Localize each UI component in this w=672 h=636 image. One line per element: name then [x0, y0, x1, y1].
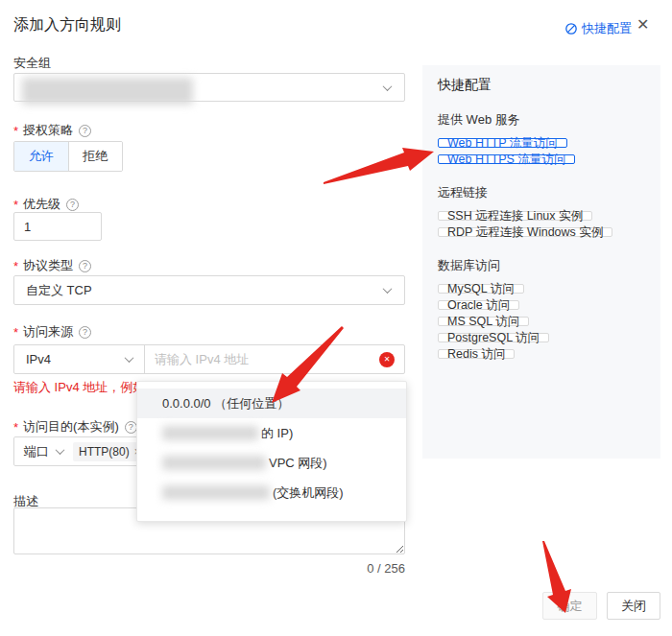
security-group-select[interactable] [13, 73, 405, 102]
quick-btn-oracle[interactable]: Oracle 访问 [438, 300, 519, 310]
chevron-down-icon [383, 82, 393, 91]
source-label: * 访问来源 ? [13, 323, 91, 341]
char-counter: 0 / 256 [13, 561, 405, 576]
source-address-dropdown: 0.0.0.0/0 （任何位置） 的 IP) VPC 网段) (交换机网段) [136, 381, 407, 522]
page-title: 添加入方向规则 [13, 15, 121, 35]
close-icon[interactable]: ✕ [636, 17, 649, 33]
help-icon[interactable]: ? [79, 125, 91, 137]
close-button[interactable]: 关闭 [607, 592, 660, 620]
quick-config-toggle-link[interactable]: 快捷配置 [564, 20, 632, 37]
quick-btn-rdp[interactable]: RDP 远程连接 Windows 实例 [438, 227, 612, 237]
required-marker: * [13, 420, 18, 435]
quick-btn-ssh[interactable]: SSH 远程连接 Linux 实例 [438, 211, 592, 221]
ok-button[interactable]: 确定 [542, 592, 597, 620]
clear-input-icon[interactable]: ✕ [379, 352, 395, 367]
required-marker: * [13, 124, 18, 138]
source-error-message: 请输入 IPv4 地址，例如 [13, 379, 145, 396]
quick-config-toggle-label: 快捷配置 [582, 20, 632, 37]
redacted-value [162, 426, 258, 440]
dest-label: * 访问目的(本实例) ? [13, 418, 137, 436]
dropdown-option-vswitch-cidr[interactable]: (交换机网段) [137, 478, 406, 507]
redacted-value [162, 485, 270, 500]
help-icon[interactable]: ? [66, 199, 79, 211]
quick-btn-web-https[interactable]: Web HTTPS 流量访问 [438, 154, 575, 164]
priority-input[interactable] [13, 212, 102, 241]
redacted-value [162, 456, 266, 470]
source-control: IPv4 ✕ [13, 344, 405, 374]
required-marker: * [13, 198, 18, 212]
section-heading-remote: 远程链接 [438, 184, 645, 201]
chevron-down-icon [383, 284, 393, 294]
arrow-to-web-http-button [324, 148, 434, 184]
help-icon[interactable]: ? [125, 421, 137, 434]
port-type-value: 端口 [24, 443, 49, 460]
eye-slash-icon [564, 22, 578, 35]
policy-allow-button[interactable]: 允许 [14, 142, 68, 171]
quick-btn-redis[interactable]: Redis 访问 [438, 349, 515, 359]
policy-deny-button[interactable]: 拒绝 [68, 142, 123, 171]
dropdown-option-vpc-cidr[interactable]: VPC 网段) [137, 448, 406, 478]
protocol-value: 自定义 TCP [26, 282, 92, 299]
quick-config-panel: 快捷配置 提供 Web 服务 Web HTTP 流量访问 Web HTTPS 流… [422, 65, 660, 459]
source-address-input[interactable] [145, 345, 379, 373]
quick-btn-mssql[interactable]: MS SQL 访问 [438, 317, 529, 326]
quick-config-title: 快捷配置 [438, 77, 645, 94]
dropdown-option-my-ip[interactable]: 的 IP) [137, 418, 406, 448]
protocol-label: * 协议类型 ? [13, 257, 91, 274]
security-group-label: 安全组 [13, 55, 51, 72]
quick-btn-postgresql[interactable]: PostgreSQL 访问 [438, 333, 549, 342]
policy-label: * 授权策略 ? [13, 122, 91, 139]
required-marker: * [13, 325, 18, 340]
section-heading-web: 提供 Web 服务 [438, 111, 645, 129]
help-icon[interactable]: ? [79, 326, 91, 339]
quick-btn-mysql[interactable]: MySQL 访问 [438, 284, 524, 294]
required-marker: * [13, 259, 18, 273]
dropdown-option-any[interactable]: 0.0.0.0/0 （任何位置） [137, 389, 406, 418]
priority-label: * 优先级 ? [13, 196, 79, 213]
quick-btn-web-http[interactable]: Web HTTP 流量访问 [438, 138, 567, 148]
protocol-select[interactable]: 自定义 TCP [13, 275, 405, 305]
port-type-select[interactable]: 端口 [24, 443, 63, 460]
chevron-down-icon [56, 445, 65, 455]
chevron-down-icon [125, 353, 134, 363]
source-type-select[interactable]: IPv4 [14, 345, 145, 373]
help-icon[interactable]: ? [79, 260, 91, 272]
policy-toggle: 允许 拒绝 [13, 141, 123, 172]
source-type-value: IPv4 [26, 352, 51, 366]
redacted-security-group-value [22, 78, 193, 105]
section-heading-database: 数据库访问 [438, 257, 645, 274]
